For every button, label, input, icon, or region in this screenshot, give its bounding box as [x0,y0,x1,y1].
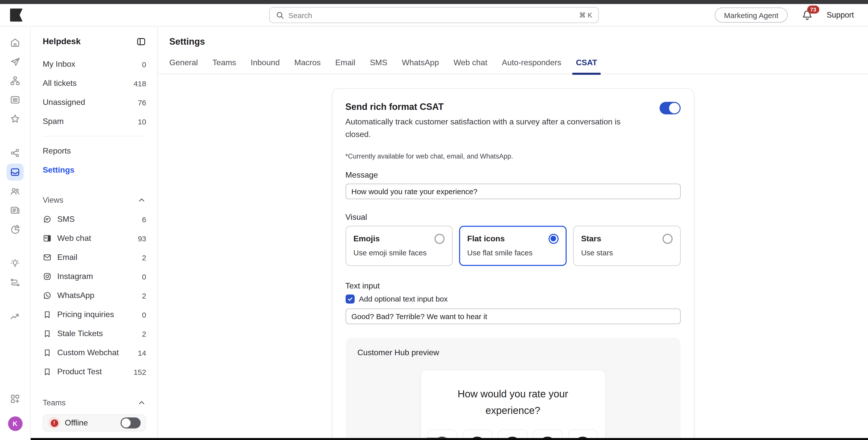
tab-teams[interactable]: Teams [213,58,236,74]
csat-enable-toggle[interactable] [659,102,680,114]
tab-web-chat[interactable]: Web chat [454,58,488,74]
teams-section-header[interactable]: Teams [43,393,146,412]
bookmark-icon [43,367,52,376]
tab-csat[interactable]: CSAT [576,58,597,74]
page-title: Settings [158,27,868,47]
sidebar-item-all-tickets[interactable]: All tickets418 [43,74,146,93]
inbox-icon[interactable] [6,164,24,181]
lightbulb-icon[interactable] [6,255,24,272]
app-logo[interactable] [10,8,23,22]
visual-option-flat-icons[interactable]: Flat icons Use flat smile faces [459,226,566,266]
whatsapp-icon [43,291,52,300]
org-chart-icon[interactable] [6,72,24,89]
check-icon [347,296,353,302]
offline-alert-icon: ! [48,417,60,429]
view-item-sms[interactable]: SMS6 [43,210,146,229]
workspace-button[interactable]: Marketing Agent [715,7,787,23]
view-item-product-test[interactable]: Product Test152 [43,362,146,381]
visual-option-emojis[interactable]: Emojis Use emoji smile faces [345,226,453,266]
main-content: Settings General Teams Inbound Macros Em… [158,27,868,440]
tab-inbound[interactable]: Inbound [251,58,280,74]
collapse-panel-icon[interactable] [136,37,146,47]
apps-grid-icon[interactable] [6,390,24,407]
trend-up-icon[interactable] [6,308,24,325]
support-link[interactable]: Support [827,10,854,20]
global-search[interactable]: ⌘ K [269,7,599,23]
window-bottom-edge [31,438,868,440]
views-section-header[interactable]: Views [43,191,146,210]
home-icon[interactable] [6,34,24,51]
count-badge: 10 [138,117,146,126]
count-badge: 0 [142,60,146,68]
chevron-up-icon [137,398,146,407]
message-label: Message [345,170,680,179]
availability-toggle[interactable] [121,417,141,429]
sidebar-item-settings[interactable]: Settings [43,161,146,180]
bookmark-icon [43,348,52,357]
people-icon[interactable] [6,182,24,200]
availability-note: *Currently available for web chat, email… [345,152,680,160]
radio-unselected[interactable] [662,234,672,244]
preview-label: Customer Hub preview [358,348,668,357]
route-icon[interactable] [6,274,24,291]
window-chrome-strip [0,0,868,4]
optional-text-checkbox[interactable] [345,294,354,303]
search-input[interactable] [288,11,575,19]
survey-preview-card: How would you rate your experience? [420,370,606,440]
optional-text-input[interactable] [345,308,680,324]
helpdesk-sidebar: Helpdesk My Inbox0 All tickets418 Unassi… [31,27,158,440]
view-item-custom-webchat[interactable]: Custom Webchat14 [43,343,146,362]
view-item-instagram[interactable]: Instagram0 [43,267,146,286]
sidebar-item-spam[interactable]: Spam10 [43,112,146,131]
sms-bubble-icon [43,215,52,224]
radio-unselected[interactable] [434,234,444,244]
view-item-stale-tickets[interactable]: Stale Tickets2 [43,324,146,343]
sidebar-title: Helpdesk [43,37,81,47]
tab-email[interactable]: Email [335,58,355,74]
count-badge: 76 [138,98,146,107]
search-icon [276,11,284,19]
nav-rail: K [0,27,31,440]
news-icon[interactable] [6,202,24,219]
bookmark-icon [43,310,52,319]
tab-whatsapp[interactable]: WhatsApp [402,58,439,74]
tab-general[interactable]: General [169,58,198,74]
sidebar-divider [43,136,146,136]
availability-status-card: ! Offline [43,414,146,432]
app-window: ⌘ K Marketing Agent 73 Support [0,0,868,440]
view-item-web-chat[interactable]: Web chat93 [43,229,146,248]
view-item-pricing-inquiries[interactable]: Pricing inquiries0 [43,305,146,324]
radio-selected[interactable] [549,234,559,244]
send-icon[interactable] [6,53,24,70]
top-bar: ⌘ K Marketing Agent 73 Support [0,4,868,27]
view-item-email[interactable]: Email2 [43,248,146,267]
availability-label: Offline [65,418,116,428]
pie-chart-icon[interactable] [6,221,24,238]
bookmark-icon [43,329,52,338]
webchat-panel-icon [43,234,52,243]
tab-auto-responders[interactable]: Auto-responders [502,58,561,74]
sidebar-item-reports[interactable]: Reports [43,141,146,161]
settings-tabs: General Teams Inbound Macros Email SMS W… [158,58,868,74]
tab-macros[interactable]: Macros [294,58,321,74]
csat-settings-card: Send rich format CSAT Automatically trac… [332,88,694,440]
notification-count-badge: 73 [807,5,819,13]
notifications-button[interactable]: 73 [801,9,813,21]
search-shortcut-hint: ⌘ K [579,11,592,19]
sidebar-item-unassigned[interactable]: Unassigned76 [43,93,146,112]
view-item-whatsapp[interactable]: WhatsApp2 [43,286,146,305]
user-avatar[interactable]: K [8,416,22,431]
message-input[interactable] [345,183,680,199]
csat-card-title: Send rich format CSAT [345,102,659,112]
star-icon[interactable] [6,110,24,128]
visual-options: Emojis Use emoji smile faces Flat icons … [345,226,680,266]
share-nodes-icon[interactable] [6,144,24,162]
customer-hub-preview: Customer Hub preview How would you rate … [345,337,680,440]
visual-option-stars[interactable]: Stars Use stars [573,226,680,266]
notes-icon[interactable] [6,91,24,108]
chevron-up-icon [137,196,146,205]
sidebar-item-my-inbox[interactable]: My Inbox0 [43,55,146,74]
tab-sms[interactable]: SMS [370,58,387,74]
csat-card-description: Automatically track customer satisfactio… [345,116,629,141]
optional-text-checkbox-label[interactable]: Add optional text input box [359,295,448,303]
